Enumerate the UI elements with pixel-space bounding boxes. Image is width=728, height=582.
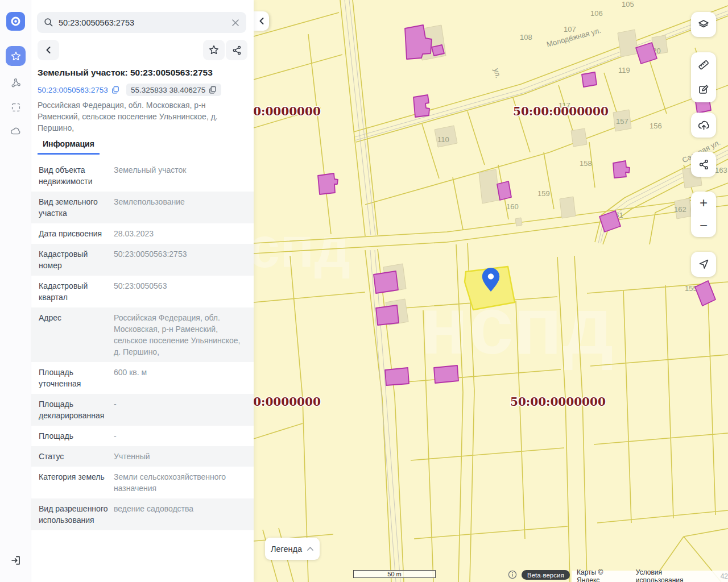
table-row: Категория земельЗемли сельскохозяйственн…: [31, 467, 254, 498]
svg-text:110: 110: [437, 135, 449, 144]
svg-text:119: 119: [618, 66, 630, 74]
scale-bar: 50 m: [353, 570, 436, 578]
table-row: Кадастровый номер50:23:0050563:2753: [31, 244, 254, 276]
ruler-icon: [697, 59, 710, 71]
svg-text:157: 157: [616, 117, 628, 126]
attributes-table: Вид объекта недвижимостиЗемельный участо…: [31, 160, 254, 530]
cloud-upload-button[interactable]: [691, 113, 716, 138]
clear-search-icon[interactable]: [231, 19, 239, 27]
layers-icon: [697, 18, 710, 31]
map-canvas[interactable]: нспд нспд: [254, 0, 728, 582]
measure-edit-control: [691, 52, 716, 102]
legend-label: Легенда: [271, 544, 302, 554]
cloud-icon: [10, 126, 22, 138]
svg-text:106: 106: [590, 9, 603, 18]
copy-icon[interactable]: [111, 86, 119, 94]
star-icon: [10, 51, 22, 62]
exit-button[interactable]: [6, 550, 26, 570]
svg-text:50:00:0000000: 50:00:0000000: [254, 395, 321, 409]
terms-of-use-link[interactable]: Условия использования: [636, 568, 712, 582]
table-row: Вид объекта недвижимостиЗемельный участо…: [31, 160, 254, 192]
map-attribution: Карты © Яндекс Условия использования 42: [572, 571, 728, 582]
copy-icon[interactable]: [209, 86, 217, 94]
polygon-nodes-icon: [10, 77, 22, 89]
share-icon: [698, 159, 710, 171]
share-control: [691, 152, 716, 177]
scale-label: 50 m: [387, 571, 401, 577]
locate-button[interactable]: [691, 252, 716, 277]
svg-text:160: 160: [506, 202, 519, 211]
table-row: Дата присвоения28.03.2023: [31, 223, 254, 244]
layers-control: [691, 12, 716, 37]
app-logo[interactable]: [6, 12, 25, 31]
svg-text:105: 105: [622, 0, 634, 9]
legend-button[interactable]: Легенда: [265, 538, 320, 560]
app-logo-icon: [10, 16, 21, 27]
table-row: АдресРоссийская Федерация, обл. Московск…: [31, 307, 254, 362]
chevron-left-icon: [45, 46, 52, 54]
zoom-control: + −: [691, 192, 716, 237]
svg-text:50:00:0000000: 50:00:0000000: [513, 105, 609, 118]
yandex-maps-link[interactable]: Карты © Яндекс: [577, 568, 628, 582]
search-bar: [37, 12, 246, 33]
svg-text:158: 158: [580, 159, 592, 168]
svg-text:162: 162: [674, 205, 686, 214]
table-row: СтатусУчтенный: [31, 446, 254, 467]
cadastral-number-chip[interactable]: 50:23:0050563:2753: [38, 84, 119, 96]
edit-button[interactable]: [691, 77, 716, 102]
object-address: Российская Федерация, обл. Московская, р…: [38, 99, 249, 134]
share-icon: [231, 45, 242, 56]
table-row: Вид земельного участкаЗемлепользование: [31, 192, 254, 223]
sidebar-item-cloud[interactable]: [6, 122, 26, 142]
svg-text:159: 159: [537, 189, 550, 198]
svg-text:50:00:0000000: 50:00:0000000: [510, 395, 606, 409]
favorite-button[interactable]: [203, 40, 225, 60]
table-row: Площадь уточненная600 кв. м: [31, 362, 254, 394]
coordinates-chip[interactable]: 55.325833 38.406275: [126, 84, 221, 96]
info-icon[interactable]: [508, 570, 517, 579]
beta-badge: Beta-версия: [522, 570, 570, 580]
collapse-panel-button[interactable]: [254, 11, 269, 31]
table-row: Вид разрешенного использованияведение са…: [31, 498, 254, 530]
dashed-select-icon: [10, 102, 22, 113]
parcel-number-labels: 105 106 107 108 110 117 119 120 155 156 …: [437, 0, 727, 293]
zoom-out-button[interactable]: −: [691, 214, 716, 237]
navigation-arrow-icon: [697, 258, 710, 271]
table-row: Площадь-: [31, 426, 254, 446]
locate-control: [691, 252, 716, 277]
zoom-in-button[interactable]: +: [691, 192, 716, 214]
star-outline-icon: [208, 44, 220, 56]
search-icon: [44, 18, 53, 27]
app-root: нспд нспд: [0, 0, 728, 582]
svg-text:163: 163: [715, 166, 727, 174]
table-row: Кадастровый квартал50:23:0050563: [31, 276, 254, 307]
chevron-up-icon: [307, 546, 314, 551]
sidebar-item-geometry[interactable]: [6, 73, 26, 93]
nspd-watermark: нспд: [254, 215, 350, 279]
share-button[interactable]: [226, 40, 247, 60]
info-panel: Земельный участок: 50:23:0050563:2753 50…: [31, 0, 254, 582]
page-title: Земельный участок: 50:23:0050563:2753: [38, 68, 249, 78]
search-input[interactable]: [59, 18, 226, 27]
layers-button[interactable]: [691, 12, 716, 37]
upload-control: [691, 113, 716, 138]
share-map-button[interactable]: [691, 152, 716, 177]
sidebar-item-favorites[interactable]: [6, 46, 26, 66]
sidebar-item-select-area[interactable]: [6, 97, 26, 117]
map-area: нспд нспд: [254, 0, 728, 582]
svg-text:ул.: ул.: [492, 68, 503, 80]
exit-icon: [10, 555, 22, 566]
table-row: Площадь декларированная-: [31, 394, 254, 426]
street-labels: Молодёжная ул. Садовая ул. ул.: [492, 26, 722, 165]
svg-text:108: 108: [520, 33, 532, 41]
svg-text:50:00:0000000: 50:00:0000000: [254, 105, 321, 118]
ruler-button[interactable]: [691, 52, 716, 77]
icon-rail: [0, 0, 31, 582]
chips-row: 50:23:0050563:2753 55.325833 38.406275: [38, 84, 221, 96]
back-button[interactable]: [38, 40, 59, 60]
cloud-upload-icon: [697, 119, 710, 132]
zoom-level-indicator: 42: [721, 572, 728, 580]
tab-information[interactable]: Информация: [38, 139, 100, 155]
chevron-left-icon: [258, 17, 265, 25]
edit-icon: [697, 84, 710, 96]
